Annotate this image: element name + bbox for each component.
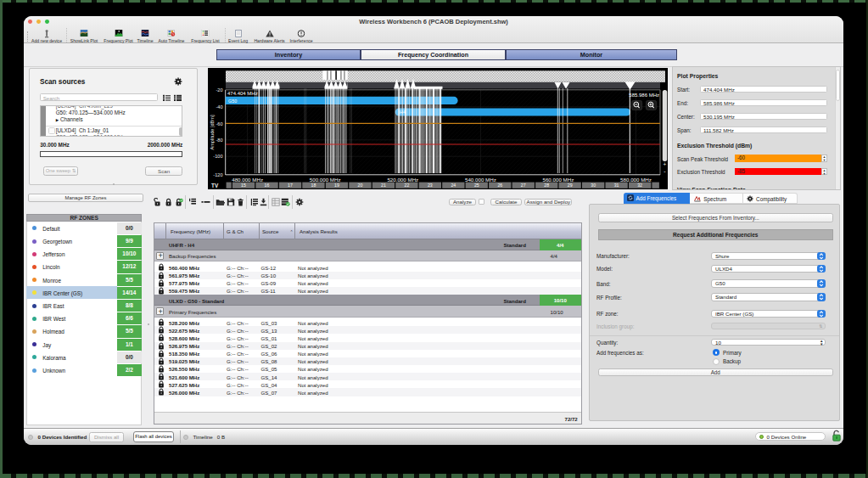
svg-text:18: 18: [311, 183, 316, 188]
svg-text:16: 16: [265, 183, 270, 188]
svg-text:585.986 MHz: 585.986 MHz: [629, 93, 659, 98]
svg-text:19: 19: [334, 183, 339, 188]
svg-text:G50: G50: [228, 98, 237, 104]
svg-text:32: 32: [637, 183, 642, 188]
svg-text:-80: -80: [216, 138, 222, 143]
svg-text:26: 26: [497, 183, 502, 188]
svg-text:Amplitude [dBm]: Amplitude [dBm]: [210, 115, 215, 149]
svg-text:24: 24: [451, 183, 456, 188]
svg-text:22: 22: [405, 183, 410, 188]
svg-text:474.404 MHz: 474.404 MHz: [227, 91, 258, 96]
svg-text:17: 17: [288, 183, 293, 188]
svg-text:15: 15: [241, 183, 246, 188]
svg-text:H4: H4: [400, 110, 406, 115]
svg-text:-120: -120: [213, 172, 222, 177]
svg-text:-100: -100: [213, 154, 222, 159]
svg-text:500.000 MHz: 500.000 MHz: [310, 177, 341, 183]
svg-text:520.000 MHz: 520.000 MHz: [387, 177, 418, 183]
svg-text:TV: TV: [211, 183, 219, 188]
svg-text:23: 23: [428, 183, 433, 188]
svg-text:21: 21: [381, 183, 386, 188]
svg-text:540.000 MHz: 540.000 MHz: [465, 177, 496, 183]
svg-text:20: 20: [358, 183, 363, 188]
svg-text:-40: -40: [216, 104, 222, 110]
svg-text:27: 27: [521, 183, 526, 188]
svg-text:28: 28: [544, 183, 549, 188]
svg-text:31: 31: [614, 183, 619, 188]
svg-text:-20: -20: [216, 87, 222, 93]
svg-text:+: +: [664, 161, 667, 167]
svg-text:30: 30: [591, 183, 596, 188]
svg-text:580.000 MHz: 580.000 MHz: [620, 177, 652, 183]
svg-text:29: 29: [568, 183, 573, 188]
svg-text:560.000 MHz: 560.000 MHz: [542, 177, 574, 183]
svg-text:480.000 MHz: 480.000 MHz: [232, 177, 263, 183]
svg-text:25: 25: [474, 183, 479, 188]
svg-text:-60: -60: [216, 121, 222, 127]
